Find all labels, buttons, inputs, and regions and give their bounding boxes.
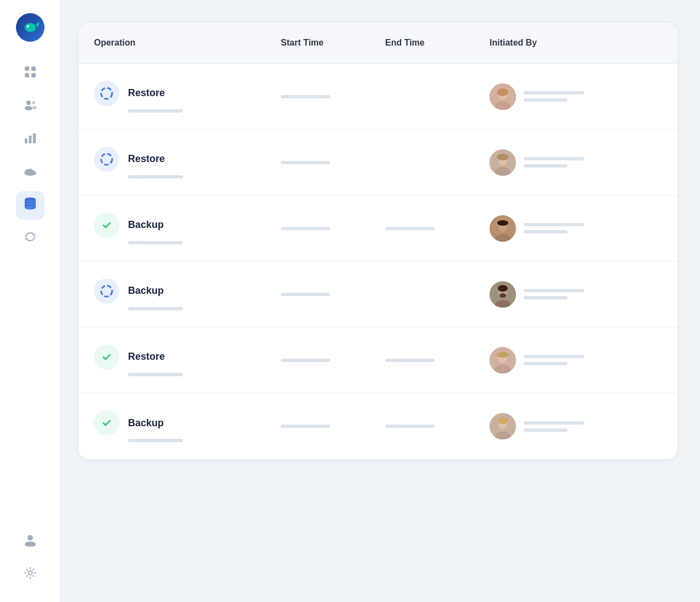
initiator-detail-bar bbox=[524, 362, 568, 365]
initiator-name-bar bbox=[524, 289, 584, 292]
operations-table-card: Operation Start Time End Time Initiated … bbox=[78, 22, 678, 460]
initiator-name-bar bbox=[524, 421, 584, 425]
svg-point-49 bbox=[498, 285, 508, 292]
initiator-cell bbox=[490, 83, 662, 110]
start-time-cell bbox=[281, 95, 385, 98]
svg-point-55 bbox=[497, 352, 509, 358]
status-icon-success bbox=[94, 410, 119, 436]
sync-icon bbox=[24, 230, 37, 247]
col-header-initiated-by: Initiated By bbox=[490, 23, 662, 63]
col-header-start-time: Start Time bbox=[281, 23, 385, 63]
svg-point-28 bbox=[25, 542, 36, 547]
initiator-detail-bar bbox=[524, 428, 568, 432]
start-time-bar-1 bbox=[281, 227, 330, 230]
svg-point-10 bbox=[32, 106, 37, 109]
svg-point-7 bbox=[26, 101, 31, 105]
initiator-cell bbox=[490, 281, 662, 308]
svg-point-34 bbox=[497, 88, 508, 96]
initiator-name-bar bbox=[524, 355, 584, 358]
svg-point-17 bbox=[27, 169, 33, 173]
avatar bbox=[490, 215, 516, 242]
sidebar-item-sync[interactable] bbox=[16, 224, 45, 253]
sidebar-item-profile[interactable] bbox=[16, 527, 45, 556]
initiator-info bbox=[524, 289, 584, 299]
table-row: Backup bbox=[79, 196, 677, 261]
operation-name: Backup bbox=[128, 219, 164, 231]
svg-rect-5 bbox=[25, 73, 29, 77]
start-time-cell bbox=[281, 227, 385, 230]
sidebar-bottom bbox=[16, 527, 45, 589]
end-time-bar-1 bbox=[385, 425, 435, 428]
initiator-detail-bar bbox=[524, 296, 568, 299]
start-time-bar-1 bbox=[281, 293, 330, 296]
table-header: Operation Start Time End Time Initiated … bbox=[79, 23, 677, 64]
logo[interactable] bbox=[16, 13, 45, 42]
sidebar-nav bbox=[16, 59, 45, 527]
avatar bbox=[490, 281, 516, 308]
svg-point-8 bbox=[25, 106, 32, 110]
svg-point-27 bbox=[27, 535, 33, 540]
svg-point-29 bbox=[28, 571, 32, 575]
status-icon-success bbox=[94, 213, 119, 238]
start-time-bar-1 bbox=[281, 359, 330, 362]
dashboard-icon bbox=[24, 66, 36, 81]
initiator-detail-bar bbox=[524, 98, 568, 102]
operation-cell: Backup bbox=[94, 213, 281, 244]
initiator-cell bbox=[490, 347, 662, 374]
initiator-name-bar bbox=[524, 91, 584, 94]
avatar bbox=[490, 83, 516, 110]
start-time-bar-1 bbox=[281, 95, 330, 98]
operation-sub-bar bbox=[128, 175, 183, 179]
svg-point-9 bbox=[32, 101, 35, 104]
initiator-name-bar bbox=[524, 157, 584, 160]
sidebar-item-users[interactable] bbox=[16, 92, 45, 121]
svg-point-44 bbox=[497, 220, 508, 226]
initiator-info bbox=[524, 157, 584, 168]
end-time-bar-1 bbox=[385, 359, 435, 362]
analytics-icon bbox=[24, 132, 36, 147]
operation-cell: Restore bbox=[94, 81, 281, 113]
initiator-info bbox=[524, 355, 584, 365]
database-icon bbox=[24, 197, 36, 214]
col-header-end-time: End Time bbox=[385, 23, 490, 63]
initiator-info bbox=[524, 421, 584, 432]
start-time-cell bbox=[281, 425, 385, 428]
avatar bbox=[490, 347, 516, 374]
sidebar-item-dashboard[interactable] bbox=[16, 59, 45, 88]
table-row: Backup bbox=[79, 261, 677, 327]
table-row: Backup bbox=[79, 393, 677, 459]
end-time-cell bbox=[385, 425, 490, 428]
sidebar-item-analytics[interactable] bbox=[16, 125, 45, 154]
profile-icon bbox=[24, 533, 36, 550]
initiator-detail-bar bbox=[524, 230, 568, 233]
sidebar-item-settings[interactable] bbox=[16, 560, 45, 589]
operation-name: Backup bbox=[128, 285, 164, 297]
operation-cell: Restore bbox=[94, 147, 281, 179]
operation-name: Restore bbox=[128, 153, 165, 165]
table-row: Restore bbox=[79, 64, 677, 130]
start-time-cell bbox=[281, 293, 385, 296]
svg-point-2 bbox=[27, 25, 29, 27]
sidebar-item-cloud[interactable] bbox=[16, 158, 45, 187]
sidebar-item-database[interactable] bbox=[16, 191, 45, 220]
table-row: Restore bbox=[79, 130, 677, 196]
start-time-bar-1 bbox=[281, 161, 330, 164]
end-time-bar-1 bbox=[385, 227, 435, 230]
svg-point-56 bbox=[101, 417, 113, 429]
logo-icon bbox=[20, 18, 40, 37]
main-content: Operation Start Time End Time Initiated … bbox=[60, 0, 700, 602]
svg-point-40 bbox=[101, 219, 113, 231]
svg-marker-1 bbox=[36, 22, 40, 27]
initiator-detail-bar bbox=[524, 164, 568, 168]
initiator-info bbox=[524, 91, 584, 102]
status-icon-spinner bbox=[94, 278, 119, 304]
initiator-cell bbox=[490, 149, 662, 176]
status-icon-spinner bbox=[94, 81, 119, 106]
initiator-cell bbox=[490, 215, 662, 242]
svg-point-51 bbox=[101, 351, 113, 363]
svg-point-50 bbox=[499, 293, 506, 298]
col-header-operation: Operation bbox=[94, 23, 281, 63]
end-time-cell bbox=[385, 227, 490, 230]
svg-rect-4 bbox=[31, 66, 36, 71]
svg-point-30 bbox=[101, 88, 112, 99]
